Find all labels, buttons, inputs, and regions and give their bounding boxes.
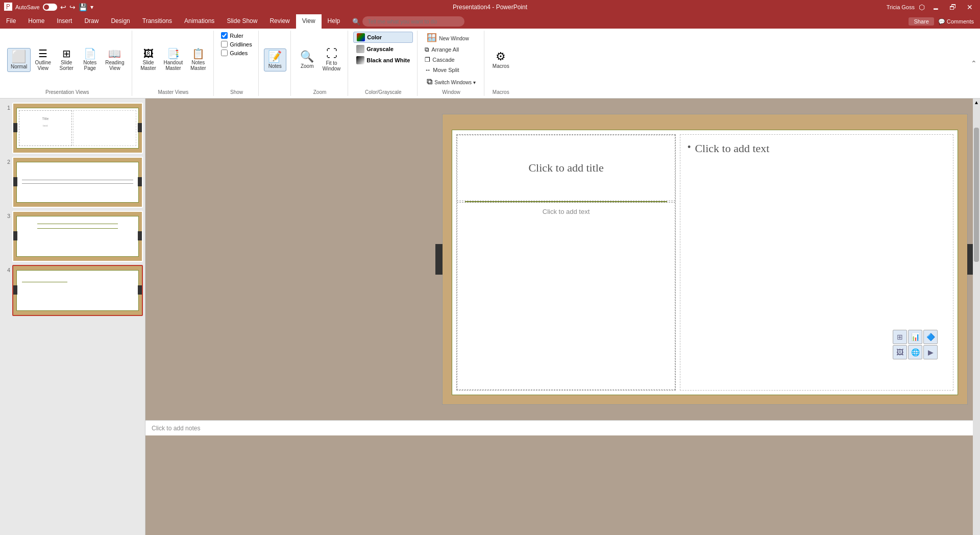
- gridlines-checkbox[interactable]: Gridlines: [219, 40, 254, 48]
- zoom-icon: 🔍: [300, 51, 314, 62]
- slide-preview-4[interactable]: [12, 265, 143, 316]
- save-icon[interactable]: 💾: [79, 3, 87, 11]
- normal-view-button[interactable]: ⬜ Normal: [7, 48, 31, 72]
- search-input[interactable]: [362, 16, 464, 27]
- slide-right-pane[interactable]: • Click to add text ⊞ 📊 🔷 🖼 🌐 ▶: [680, 134, 953, 391]
- arrange-all-button[interactable]: ⧉ Arrange All: [423, 45, 480, 54]
- close-btn[interactable]: ✕: [964, 3, 976, 11]
- insert-picture-icon[interactable]: 🖼: [893, 345, 907, 359]
- redo-icon[interactable]: ↪: [69, 3, 76, 11]
- slide-master-icon: 🖼: [143, 48, 154, 59]
- slide-preview-2[interactable]: [12, 157, 143, 208]
- notes-button[interactable]: 📝 Notes: [264, 48, 286, 71]
- show-checkboxes: Ruler Gridlines Guides: [219, 32, 254, 64]
- slide-inner-1: Title text: [16, 108, 139, 149]
- restore-btn[interactable]: 🗗: [946, 3, 960, 11]
- notes-master-button[interactable]: 📋 NotesMaster: [187, 46, 209, 73]
- insert-smartart-icon[interactable]: 🔷: [923, 330, 938, 344]
- slide-preview-1[interactable]: Title text: [12, 103, 143, 154]
- zoom-group-label: Zoom: [292, 89, 348, 95]
- content-box[interactable]: Click to add text: [457, 202, 675, 390]
- tab-design[interactable]: Design: [105, 14, 136, 29]
- thumb-1-tab-right: [138, 123, 142, 132]
- handout-master-button[interactable]: 📑 HandoutMaster: [161, 46, 186, 73]
- insert-chart-icon[interactable]: 📊: [908, 330, 922, 344]
- notes-page-button[interactable]: 📄 NotesPage: [79, 46, 101, 73]
- macros-button[interactable]: ⚙ Macros: [489, 49, 512, 71]
- tab-review[interactable]: Review: [263, 14, 296, 29]
- scroll-track: [974, 105, 979, 535]
- insert-table-icon[interactable]: ⊞: [893, 330, 907, 344]
- scroll-thumb[interactable]: [974, 128, 979, 262]
- presentation-views-label: Presentation Views: [3, 89, 132, 95]
- tab-slide-show[interactable]: Slide Show: [220, 14, 263, 29]
- slide-sorter-button[interactable]: ⊞ SlideSorter: [55, 46, 78, 73]
- move-split-icon: ↔: [425, 66, 431, 74]
- zoom-group: 🔍 Zoom ⛶ Fit toWindow Zoom: [292, 31, 349, 96]
- black-white-button[interactable]: Black and White: [353, 55, 413, 65]
- notes-group: 📝 Notes: [260, 31, 291, 96]
- autosave-toggle[interactable]: [43, 4, 57, 11]
- thumb-2-tab-right: [138, 177, 142, 186]
- reading-view-button[interactable]: 📖 ReadingView: [102, 46, 127, 73]
- arrange-all-icon: ⧉: [425, 46, 429, 53]
- slide-thumb-3[interactable]: 3: [2, 211, 143, 262]
- notes-placeholder: Click to add notes: [152, 425, 200, 432]
- master-views-label: Master Views: [133, 89, 214, 95]
- zoom-button[interactable]: 🔍 Zoom: [296, 49, 318, 71]
- notes-master-label: NotesMaster: [190, 60, 206, 71]
- slide-thumb-4[interactable]: 4: [2, 265, 143, 316]
- comments-btn[interactable]: 💬 Comments: [938, 18, 974, 25]
- slide-4-line: [22, 282, 67, 282]
- outline-view-icon: ☰: [38, 48, 47, 59]
- tab-draw[interactable]: Draw: [78, 14, 105, 29]
- guides-checkbox[interactable]: Guides: [219, 49, 254, 57]
- zoom-label: Zoom: [301, 63, 314, 69]
- insert-video-icon[interactable]: ▶: [923, 345, 938, 359]
- notes-bar[interactable]: Click to add notes: [145, 420, 980, 435]
- insert-online-icon[interactable]: 🌐: [908, 345, 922, 359]
- notes-group-inner: 📝 Notes: [264, 32, 286, 95]
- share-btn[interactable]: Share: [909, 17, 934, 26]
- window-buttons: 🪟 New Window ⧉ Arrange All ❐ Cascade ↔ M…: [423, 32, 480, 95]
- cascade-button[interactable]: ❐ Cascade: [423, 55, 480, 64]
- notes-page-icon: 📄: [84, 48, 96, 59]
- slide-master-button[interactable]: 🖼 SlideMaster: [137, 46, 160, 73]
- app-logo-icon: 🅿: [4, 3, 12, 12]
- tab-transitions[interactable]: Transitions: [136, 14, 178, 29]
- slide-inner-3: [16, 216, 139, 257]
- new-window-label: New Window: [439, 36, 469, 41]
- switch-windows-label: Switch Windows ▾: [434, 80, 476, 85]
- ribbon-display-icon[interactable]: ⬡: [919, 3, 925, 11]
- fit-to-window-button[interactable]: ⛶ Fit toWindow: [320, 46, 344, 74]
- new-window-button[interactable]: 🪟 New Window: [423, 32, 480, 44]
- slide-3-line2: [37, 228, 118, 229]
- tab-animations[interactable]: Animations: [178, 14, 220, 29]
- tab-insert[interactable]: Insert: [51, 14, 78, 29]
- ribbon-content: ⬜ Normal ☰ OutlineView ⊞ SlideSorter 📄 N…: [0, 29, 980, 98]
- tab-file[interactable]: File: [0, 14, 22, 29]
- scroll-up-btn[interactable]: ▲: [974, 99, 979, 105]
- minimize-btn[interactable]: 🗕: [929, 3, 942, 11]
- grayscale-button[interactable]: Grayscale: [353, 44, 413, 54]
- switch-windows-button[interactable]: ⧉ Switch Windows ▾: [423, 76, 480, 88]
- move-split-button[interactable]: ↔ Move Split: [423, 65, 480, 75]
- ruler-checkbox[interactable]: Ruler: [219, 32, 254, 39]
- vertical-scrollbar[interactable]: ▲ ▼: [973, 99, 980, 535]
- collapse-icon[interactable]: ⌃: [971, 59, 977, 67]
- master-views-buttons: 🖼 SlideMaster 📑 HandoutMaster 📋 NotesMas…: [137, 32, 210, 95]
- ribbon-collapse-btn[interactable]: ⌃: [971, 31, 977, 96]
- title-box[interactable]: Click to add title: [457, 135, 675, 201]
- slide-thumb-2[interactable]: 2: [2, 157, 143, 208]
- undo-icon[interactable]: ↩: [60, 3, 66, 11]
- notes-icon: 📝: [268, 51, 282, 62]
- color-button[interactable]: Color: [353, 32, 413, 43]
- slide-preview-3[interactable]: [12, 211, 143, 262]
- slide-thumb-1[interactable]: 1 Title text: [2, 103, 143, 154]
- tab-home[interactable]: Home: [22, 14, 51, 29]
- tab-help[interactable]: Help: [322, 14, 347, 29]
- handout-master-icon: 📑: [167, 48, 180, 59]
- tab-view[interactable]: View: [296, 14, 322, 29]
- outline-view-button[interactable]: ☰ OutlineView: [32, 46, 54, 73]
- customize-icon[interactable]: ▾: [90, 4, 93, 11]
